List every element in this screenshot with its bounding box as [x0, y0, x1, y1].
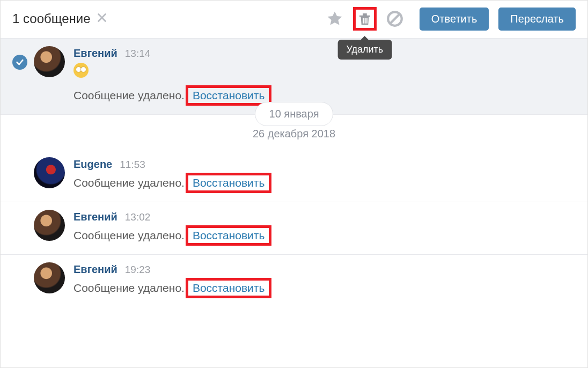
message-row[interactable]: Евгений 19:23 Сообщение удалено. Восстан… — [1, 255, 587, 307]
message-header: Евгений 19:23 — [74, 263, 576, 276]
star-button[interactable] — [323, 7, 347, 31]
message-body: Евгений 13:14 Сообщение удалено. Восстан… — [74, 46, 576, 106]
restore-highlight: Восстановить — [186, 85, 271, 106]
restore-link[interactable]: Восстановить — [193, 229, 264, 241]
block-icon — [386, 10, 404, 28]
restore-link[interactable]: Восстановить — [193, 89, 264, 101]
date-pill: 10 января — [255, 102, 334, 126]
spam-button[interactable] — [383, 7, 407, 31]
trash-icon — [357, 10, 373, 28]
selection-check[interactable] — [12, 55, 27, 70]
restore-link[interactable]: Восстановить — [193, 282, 264, 294]
deleted-row: Сообщение удалено. Восстановить — [74, 225, 576, 246]
close-icon — [96, 12, 108, 24]
star-icon — [326, 10, 344, 28]
message-header: Евгений 13:14 — [74, 47, 576, 60]
deleted-row: Сообщение удалено. Восстановить — [74, 278, 576, 298]
message-list: Евгений 13:14 Сообщение удалено. Восстан… — [1, 39, 587, 307]
deleted-text: Сообщение удалено. — [74, 229, 185, 242]
author-link[interactable]: Евгений — [74, 263, 117, 276]
message-time: 11:53 — [120, 159, 145, 171]
restore-highlight: Восстановить — [186, 173, 271, 193]
message-time: 13:02 — [125, 211, 151, 223]
check-icon — [16, 58, 24, 67]
svg-rect-3 — [364, 18, 365, 24]
chat-container: 1 сообщение Удалить От — [0, 0, 588, 368]
forward-button[interactable]: Переслать — [498, 8, 576, 31]
author-link[interactable]: Евгений — [74, 47, 117, 60]
message-body: Евгений 13:02 Сообщение удалено. Восстан… — [74, 210, 576, 246]
message-row[interactable]: Eugene 11:53 Сообщение удалено. Восстано… — [1, 150, 587, 202]
author-link[interactable]: Евгений — [74, 211, 117, 223]
deleted-text: Сообщение удалено. — [74, 282, 185, 295]
selection-topbar: 1 сообщение Удалить От — [1, 1, 587, 39]
selection-count: 1 сообщение — [12, 11, 91, 26]
avatar[interactable] — [34, 262, 65, 293]
delete-button[interactable]: Удалить — [353, 7, 377, 31]
svg-line-6 — [390, 14, 399, 24]
restore-highlight: Восстановить — [186, 278, 271, 298]
reply-button[interactable]: Ответить — [420, 8, 489, 31]
message-body: Евгений 19:23 Сообщение удалено. Восстан… — [74, 262, 576, 298]
svg-rect-2 — [363, 18, 364, 24]
restore-highlight: Восстановить — [186, 225, 271, 246]
author-link[interactable]: Eugene — [74, 158, 112, 171]
avatar[interactable] — [34, 210, 65, 241]
avatar[interactable] — [34, 157, 65, 188]
deleted-row: Сообщение удалено. Восстановить — [74, 173, 576, 193]
message-header: Евгений 13:02 — [74, 211, 576, 223]
message-time: 13:14 — [125, 48, 151, 60]
delete-tooltip: Удалить — [337, 40, 392, 60]
message-header: Eugene 11:53 — [74, 158, 576, 171]
message-time: 19:23 — [125, 264, 151, 276]
message-row[interactable]: Евгений 13:02 Сообщение удалено. Восстан… — [1, 202, 587, 255]
avatar[interactable] — [34, 46, 65, 77]
deleted-text: Сообщение удалено. — [74, 176, 185, 189]
clear-selection-button[interactable] — [96, 11, 108, 26]
message-body: Eugene 11:53 Сообщение удалено. Восстано… — [74, 157, 576, 193]
restore-link[interactable]: Восстановить — [193, 176, 264, 189]
deleted-text: Сообщение удалено. — [74, 89, 185, 102]
svg-rect-4 — [366, 18, 367, 24]
emoji-eyeroll — [74, 63, 89, 78]
